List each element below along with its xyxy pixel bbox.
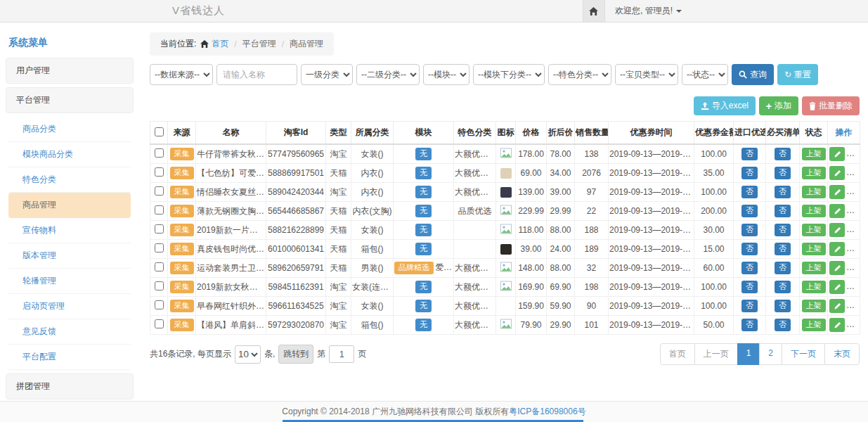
sidebar-group[interactable]: 用户管理 <box>6 58 134 84</box>
cell-module: 无 <box>394 183 454 202</box>
reset-button[interactable]: ↻ 重置 <box>777 64 818 85</box>
imported-badge[interactable]: 否 <box>741 319 758 331</box>
edit-button[interactable] <box>829 242 845 256</box>
must-buy-badge[interactable]: 否 <box>775 167 791 179</box>
status-badge[interactable]: 上架 <box>802 300 826 312</box>
status-badge[interactable]: 上架 <box>802 262 826 274</box>
sidebar-item[interactable]: 启动页管理 <box>8 294 131 319</box>
sidebar-item[interactable]: 商品分类 <box>8 117 131 142</box>
page-button[interactable]: 下一页 <box>782 343 825 365</box>
must-buy-badge[interactable]: 否 <box>775 186 791 198</box>
sidebar-item[interactable]: 商品管理 <box>8 193 131 218</box>
edit-button[interactable] <box>829 318 845 332</box>
status-badge[interactable]: 上架 <box>802 148 826 160</box>
edit-button[interactable] <box>829 147 845 161</box>
imported-badge[interactable]: 否 <box>741 205 758 217</box>
name-search-input[interactable] <box>216 64 297 85</box>
filter-select[interactable]: --宝贝类型-- <box>615 64 678 85</box>
jump-button[interactable]: 跳转到 <box>278 345 313 364</box>
search-button[interactable]: 查询 <box>732 64 774 85</box>
cell-actions <box>828 297 860 316</box>
page-size-select[interactable]: 10 <box>235 345 261 364</box>
edit-button[interactable] <box>829 223 845 237</box>
status-badge[interactable]: 上架 <box>802 167 826 179</box>
sidebar-item[interactable]: 轮播管理 <box>8 269 131 294</box>
add-button[interactable]: + 添加 <box>759 96 798 115</box>
row-checkbox[interactable] <box>155 319 164 328</box>
page-button[interactable]: 末页 <box>824 343 860 365</box>
filter-select[interactable]: 一级分类 <box>301 64 353 85</box>
must-buy-badge[interactable]: 否 <box>775 319 791 331</box>
filter-select[interactable]: --二级分类-- <box>356 64 420 85</box>
edit-button[interactable] <box>829 261 845 275</box>
import-excel-button[interactable]: 导入excel <box>694 96 756 115</box>
page-button[interactable]: 1 <box>737 343 760 365</box>
status-badge[interactable]: 上架 <box>802 243 826 255</box>
row-checkbox[interactable] <box>155 300 164 309</box>
status-badge[interactable]: 上架 <box>802 224 826 236</box>
row-checkbox[interactable] <box>155 281 164 290</box>
must-buy-badge[interactable]: 否 <box>775 300 791 312</box>
must-buy-badge[interactable]: 否 <box>775 205 791 217</box>
sidebar-item[interactable]: 模块商品分类 <box>8 142 131 167</box>
cell-must-buy: 否 <box>766 183 800 202</box>
cell-imported: 否 <box>734 278 766 297</box>
sidebar-item[interactable]: 特色分类 <box>8 167 131 193</box>
filter-select[interactable]: --状态-- <box>682 64 728 85</box>
edit-button[interactable] <box>829 204 845 218</box>
sidebar-item[interactable]: 版本管理 <box>8 243 131 269</box>
row-checkbox[interactable] <box>155 224 164 234</box>
row-checkbox[interactable] <box>155 205 164 215</box>
records-summary-mid: 条, <box>264 348 275 360</box>
sidebar-item[interactable]: 宣传物料 <box>8 218 131 243</box>
sidebar-item[interactable]: 意见反馈 <box>8 319 131 345</box>
row-checkbox[interactable] <box>155 186 164 196</box>
imported-badge[interactable]: 否 <box>741 262 758 274</box>
page-number-input[interactable] <box>329 345 354 363</box>
sidebar-group[interactable]: 拼团管理 <box>6 373 134 399</box>
status-badge[interactable]: 上架 <box>802 186 826 198</box>
must-buy-badge[interactable]: 否 <box>775 243 791 255</box>
select-all-checkbox[interactable] <box>155 127 164 136</box>
filter-select[interactable]: --模块下分类-- <box>473 64 545 85</box>
icp-link[interactable]: 粤ICP备16098006号 <box>509 406 585 418</box>
sidebar-item[interactable]: 平台配置 <box>8 345 131 370</box>
status-badge[interactable]: 上架 <box>802 205 826 217</box>
must-buy-badge[interactable]: 否 <box>775 148 791 160</box>
breadcrumb-home[interactable]: 首页 <box>200 38 228 50</box>
must-buy-badge[interactable]: 否 <box>775 224 791 236</box>
breadcrumb-item[interactable]: 商品管理 <box>290 38 323 50</box>
filter-select[interactable]: --特色分类-- <box>548 64 611 85</box>
imported-badge[interactable]: 否 <box>741 243 758 255</box>
filter-select[interactable]: --数据来源-- <box>150 64 213 85</box>
filter-select[interactable]: --模块-- <box>423 64 469 85</box>
cell-type: 天猫 <box>326 164 351 183</box>
cell-category: 内衣() <box>351 164 394 183</box>
imported-badge[interactable]: 否 <box>741 281 758 293</box>
status-badge[interactable]: 上架 <box>802 319 826 331</box>
imported-badge[interactable]: 否 <box>741 167 758 179</box>
breadcrumb-item[interactable]: 平台管理 <box>242 38 276 50</box>
sidebar-group[interactable]: 平台管理 <box>6 87 134 113</box>
edit-button[interactable] <box>829 280 845 294</box>
filter-selects-after: 一级分类--二级分类----模块----模块下分类----特色分类----宝贝类… <box>301 64 728 85</box>
must-buy-badge[interactable]: 否 <box>775 281 791 293</box>
imported-badge[interactable]: 否 <box>741 148 758 160</box>
row-checkbox[interactable] <box>155 243 164 252</box>
batch-delete-button[interactable]: 批量删除 <box>802 96 860 115</box>
page-button[interactable]: 2 <box>759 343 782 365</box>
user-menu[interactable]: 欢迎您, 管理员! <box>605 0 689 22</box>
row-checkbox[interactable] <box>155 167 164 177</box>
edit-button[interactable] <box>829 299 845 313</box>
row-checkbox[interactable] <box>155 262 164 271</box>
edit-button[interactable] <box>829 185 845 199</box>
imported-badge[interactable]: 否 <box>741 224 758 236</box>
imported-badge[interactable]: 否 <box>741 300 758 312</box>
row-checkbox[interactable] <box>155 148 164 158</box>
imported-badge[interactable]: 否 <box>741 186 758 198</box>
home-button[interactable] <box>583 0 605 22</box>
edit-button[interactable] <box>829 166 845 180</box>
status-badge[interactable]: 上架 <box>802 281 826 293</box>
must-buy-badge[interactable]: 否 <box>775 262 791 274</box>
breadcrumb-prefix: 当前位置: <box>160 38 196 50</box>
